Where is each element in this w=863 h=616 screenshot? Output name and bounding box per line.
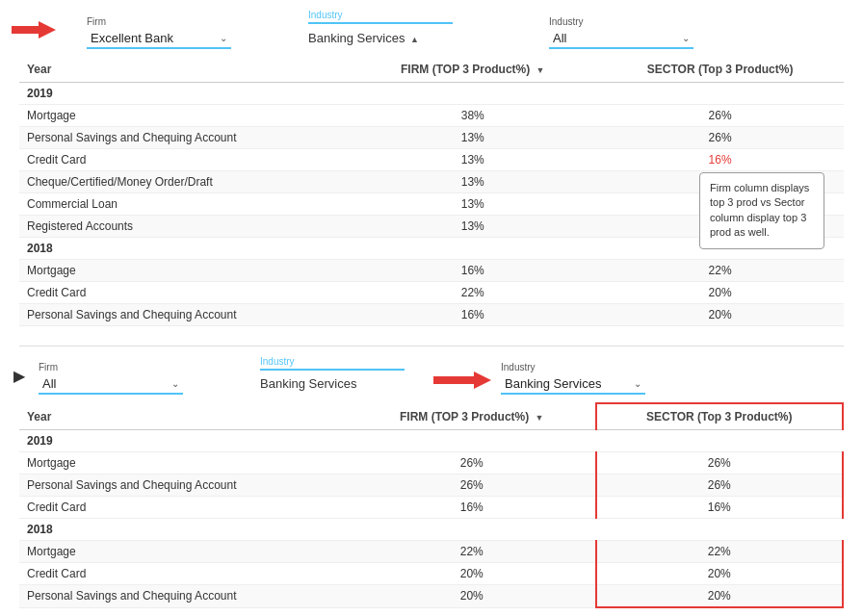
firm-cell: 13% <box>349 149 596 171</box>
table-2: Year FIRM (TOP 3 Product%) ▼ SECTOR (Top… <box>19 402 844 608</box>
product-cell: Mortgage <box>19 541 349 563</box>
firm-filter-1[interactable]: Firm Excellent Bank ⌄ <box>87 16 231 49</box>
sector-cell: 16% <box>596 149 844 171</box>
sector-cell: 20% <box>596 304 844 326</box>
firm-sort-arrow-1: ▼ <box>536 65 545 75</box>
industry2-label-1: Industry <box>549 16 693 27</box>
firm-filter-2[interactable]: Firm All ⌄ <box>39 362 183 395</box>
firm-label-1: Firm <box>87 16 231 27</box>
industry2-select-2[interactable]: Banking Services ⌄ <box>501 374 645 395</box>
firm-value-2: All <box>42 376 56 391</box>
firm-cell: 16% <box>349 304 596 326</box>
table-row: Personal Savings and Chequing Account 26… <box>19 475 843 497</box>
firm-cell: 13% <box>349 171 596 193</box>
firm-cell: 20% <box>349 585 596 608</box>
product-cell: Personal Savings and Chequing Account <box>19 304 349 326</box>
sector-cell: 20% <box>596 282 844 304</box>
table-row: Personal Savings and Chequing Account 20… <box>19 585 843 608</box>
red-arrow-1 <box>12 19 56 40</box>
svg-marker-0 <box>12 21 56 38</box>
product-cell: Mortgage <box>19 105 349 127</box>
sector-cell: 20% <box>596 563 844 585</box>
firm-cell: 38% <box>349 105 596 127</box>
table-row: Personal Savings and Chequing Account 13… <box>19 127 844 149</box>
firm-label-2: Firm <box>39 362 183 372</box>
industry2-chevron-1: ⌄ <box>682 33 690 43</box>
sector-cell: 22% <box>596 541 844 563</box>
table-row: Credit Card 22% 20% <box>19 282 844 304</box>
industry1-filter-1: Industry Banking Services ▲ <box>308 10 453 49</box>
year-cell: 2018 <box>19 519 843 541</box>
sector-cell: 26% <box>596 452 844 475</box>
product-cell: Personal Savings and Chequing Account <box>19 127 349 149</box>
cursor-icon: ▶ <box>13 367 25 385</box>
firm-select-1[interactable]: Excellent Bank ⌄ <box>87 29 231 49</box>
product-cell: Credit Card <box>19 282 349 304</box>
sector-cell: 16% <box>596 497 844 519</box>
industry1-filter-2: Industry Banking Services <box>260 356 405 395</box>
col-sector-1: SECTOR (Top 3 Product%) <box>596 57 844 83</box>
industry2-filter-2[interactable]: Industry Banking Services ⌄ <box>501 362 645 395</box>
industry1-label-2: Industry <box>260 356 405 371</box>
sector-cell: 26% <box>596 127 844 149</box>
table-row: Personal Savings and Chequing Account 16… <box>19 304 844 326</box>
sector-cell: 22% <box>596 260 844 282</box>
firm-value-1: Excellent Bank <box>91 31 173 45</box>
industry2-filter-1[interactable]: Industry All ⌄ <box>549 16 693 49</box>
product-cell: Cheque/Certified/Money Order/Draft <box>19 171 349 193</box>
table-row: 2019 <box>19 83 844 105</box>
table-row: Mortgage 16% 22% <box>19 260 844 282</box>
firm-cell: 13% <box>349 216 596 238</box>
product-cell: Commercial Loan <box>19 193 349 216</box>
table-row: Mortgage 22% 22% <box>19 541 843 563</box>
sector-cell: 26% <box>596 105 844 127</box>
product-cell: Mortgage <box>19 452 349 475</box>
product-cell: Credit Card <box>19 563 349 585</box>
firm-sort-arrow-2: ▼ <box>536 413 544 423</box>
firm-cell: 20% <box>349 563 596 585</box>
industry1-label-1: Industry <box>308 10 453 24</box>
firm-chevron-1: ⌄ <box>220 33 227 43</box>
svg-marker-1 <box>433 372 491 389</box>
product-cell: Credit Card <box>19 497 349 519</box>
table-row: Mortgage 26% 26% <box>19 452 843 475</box>
industry1-value-1: Banking Services ▲ <box>308 26 453 49</box>
table-row: Mortgage 38% 26% <box>19 105 844 127</box>
product-cell: Credit Card <box>19 149 349 171</box>
year-cell: 2019 <box>19 430 843 452</box>
sector-cell: 26% <box>596 475 844 497</box>
firm-cell: 22% <box>349 541 596 563</box>
note-box: Firm column displays top 3 prod vs Secto… <box>699 172 824 249</box>
industry2-select-1[interactable]: All ⌄ <box>549 29 693 49</box>
industry2-chevron-2: ⌄ <box>634 378 641 389</box>
year-cell: 2019 <box>19 83 844 105</box>
table-row: Credit Card 20% 20% <box>19 563 843 585</box>
product-cell: Mortgage <box>19 260 349 282</box>
table-row: 2018 <box>19 519 843 541</box>
firm-cell: 16% <box>349 497 596 519</box>
industry2-value-2: Banking Services <box>505 376 601 391</box>
table-row: Credit Card 16% 16% <box>19 497 843 519</box>
firm-cell: 13% <box>349 193 596 216</box>
table-2-container: Year FIRM (TOP 3 Product%) ▼ SECTOR (Top… <box>19 402 844 608</box>
product-cell: Registered Accounts <box>19 216 349 238</box>
firm-chevron-2: ⌄ <box>171 378 179 389</box>
firm-select-2[interactable]: All ⌄ <box>39 374 183 395</box>
table-row: 2019 <box>19 430 843 452</box>
firm-cell: 26% <box>349 475 596 497</box>
firm-cell: 26% <box>349 452 596 475</box>
industry2-value-1: All <box>553 31 566 45</box>
col-year-1: Year <box>19 57 349 83</box>
industry2-label-2: Industry <box>501 362 645 372</box>
product-cell: Personal Savings and Chequing Account <box>19 585 349 608</box>
firm-cell: 22% <box>349 282 596 304</box>
industry1-value-2: Banking Services <box>260 372 405 395</box>
sector-cell: 20% <box>596 585 844 608</box>
firm-cell: 13% <box>349 127 596 149</box>
product-cell: Personal Savings and Chequing Account <box>19 475 349 497</box>
col-firm-1: FIRM (TOP 3 Product%) ▼ <box>349 57 596 83</box>
divider <box>19 346 844 346</box>
col-sector-2: SECTOR (Top 3 Product%) <box>596 403 844 430</box>
col-year-2: Year <box>19 403 349 430</box>
table-row: Credit Card 13% 16% <box>19 149 844 171</box>
